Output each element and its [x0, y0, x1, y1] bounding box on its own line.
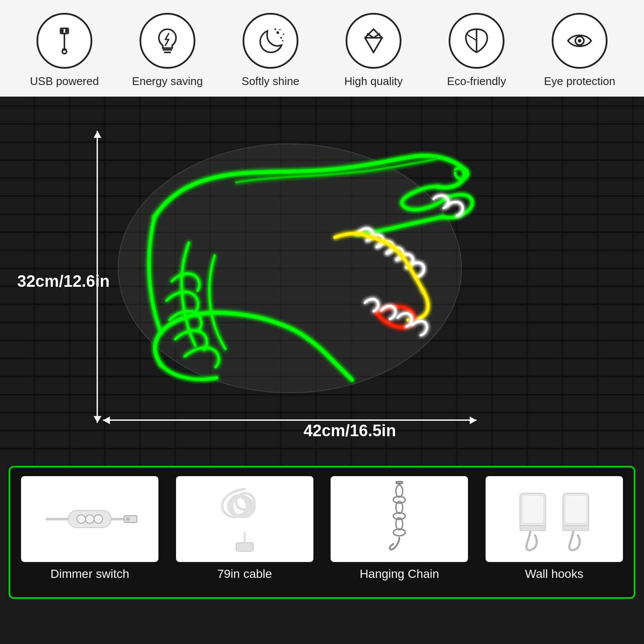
- accessories-section: Dimmer switch 79in cable: [9, 466, 635, 599]
- svg-rect-26: [126, 517, 130, 521]
- svg-rect-1: [61, 29, 64, 33]
- dimmer-label: Dimmer switch: [50, 567, 129, 581]
- feature-circle-energy: [140, 13, 195, 69]
- chain-image: [331, 476, 468, 562]
- feature-circle-shine: [243, 13, 298, 69]
- neon-section: 32cm/12.6in 42cm/16.5in: [0, 97, 644, 466]
- features-section: USB powered Energy saving: [0, 0, 644, 97]
- svg-rect-38: [522, 495, 544, 523]
- svg-rect-25: [124, 516, 137, 522]
- chain-label: Hanging Chain: [360, 567, 439, 581]
- hooks-drawing: [507, 480, 601, 558]
- feature-eco-friendly: Eco-friendly: [434, 13, 519, 88]
- feature-label-quality: High quality: [344, 75, 403, 88]
- moon-sun-icon: [255, 26, 286, 56]
- neon-sign: [103, 122, 477, 414]
- svg-point-9: [280, 37, 282, 39]
- dimension-height-label: 32cm/12.6in: [17, 272, 109, 291]
- feature-circle-quality: [346, 13, 401, 69]
- svg-rect-41: [565, 495, 586, 523]
- diamond-icon: [358, 26, 389, 56]
- vertical-arrow: [97, 131, 98, 423]
- svg-point-10: [274, 28, 276, 30]
- svg-point-24: [94, 515, 103, 523]
- dimmer-drawing: [34, 480, 146, 558]
- dimmer-image: [21, 476, 158, 562]
- hooks-image: [486, 476, 623, 562]
- cable-image: [176, 476, 313, 562]
- svg-line-12: [283, 34, 284, 34]
- feature-high-quality: High quality: [331, 13, 416, 88]
- dimension-width-label: 42cm/16.5in: [304, 422, 396, 440]
- svg-rect-42: [563, 526, 589, 531]
- accessory-dimmer: Dimmer switch: [15, 476, 165, 589]
- feature-label-energy: Energy saving: [132, 75, 203, 88]
- svg-point-22: [77, 515, 85, 523]
- horizontal-arrow: [103, 419, 477, 421]
- usb-icon: [49, 26, 79, 56]
- accessory-cable: 79in cable: [170, 476, 320, 589]
- feature-softly-shine: Softly shine: [228, 13, 313, 88]
- svg-point-17: [578, 39, 581, 43]
- accessory-chain: Hanging Chain: [324, 476, 475, 589]
- svg-rect-27: [236, 543, 253, 551]
- feature-usb-powered: USB powered: [21, 13, 107, 88]
- svg-rect-39: [520, 526, 546, 531]
- bolt-icon: [152, 26, 182, 56]
- feature-circle-usb: [36, 13, 92, 69]
- hooks-label: Wall hooks: [525, 567, 583, 581]
- svg-point-23: [85, 515, 94, 523]
- feature-eye-protection: Eye protection: [537, 13, 623, 88]
- feature-label-eco: Eco-friendly: [447, 75, 506, 88]
- leaf-icon: [462, 26, 492, 56]
- feature-circle-eye: [552, 13, 608, 69]
- svg-rect-2: [65, 29, 67, 33]
- accessory-hooks: Wall hooks: [479, 476, 630, 589]
- eye-icon: [565, 26, 595, 56]
- svg-point-8: [276, 31, 279, 34]
- cable-label: 79in cable: [217, 567, 272, 581]
- feature-label-eye: Eye protection: [544, 75, 615, 88]
- neon-crocodile-svg: [103, 122, 477, 414]
- feature-energy-saving: Energy saving: [125, 13, 210, 88]
- feature-circle-eco: [449, 13, 504, 69]
- svg-line-11: [279, 29, 280, 30]
- svg-line-13: [282, 40, 283, 41]
- feature-label-shine: Softly shine: [242, 75, 299, 88]
- svg-marker-14: [365, 29, 382, 52]
- feature-label-usb: USB powered: [30, 75, 99, 88]
- svg-rect-36: [396, 481, 403, 484]
- svg-point-29: [396, 485, 403, 497]
- cable-drawing: [193, 480, 296, 558]
- chain-drawing: [365, 480, 434, 558]
